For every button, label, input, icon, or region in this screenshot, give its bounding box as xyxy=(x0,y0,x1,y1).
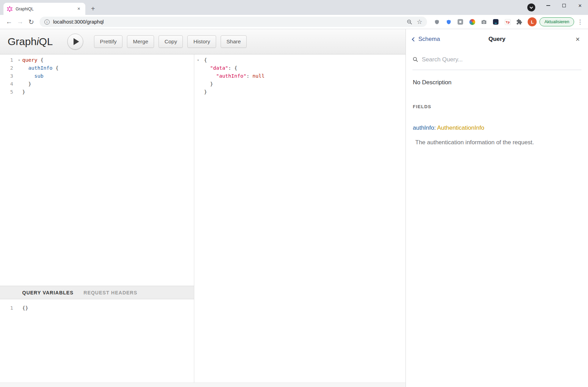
url-text[interactable]: localhost:3000/graphql xyxy=(53,19,104,25)
extension-shield-blue-icon[interactable] xyxy=(445,18,452,25)
browser-menu-icon[interactable]: ⋮ xyxy=(576,17,585,26)
graphiql-app: GraphiQL Prettify Merge Copy History Sha… xyxy=(0,29,588,387)
forward-icon[interactable]: → xyxy=(15,16,26,27)
code-line: 2 authInfo { xyxy=(0,64,194,72)
documentation-explorer: Schema Query ✕ No Description FIELDS aut… xyxy=(406,29,588,387)
code-line: 5 } xyxy=(0,88,194,96)
reload-icon[interactable]: ↻ xyxy=(26,16,37,27)
horizontal-scrollbar[interactable] xyxy=(0,382,406,387)
browser-tab-graphiql[interactable]: GraphiQL ✕ xyxy=(3,3,85,15)
code-line: 1 {} xyxy=(0,304,194,312)
maximize-button[interactable] xyxy=(556,0,572,11)
fold-arrow-icon[interactable]: ▾ xyxy=(194,56,202,64)
update-button[interactable]: Aktualisieren xyxy=(539,17,574,26)
code-line: 4 } xyxy=(0,80,194,88)
extension-camera-icon[interactable] xyxy=(480,18,487,25)
back-icon[interactable]: ← xyxy=(3,16,15,27)
line-number: 4 xyxy=(0,80,16,88)
line-number: 5 xyxy=(0,88,16,96)
site-info-icon[interactable]: i xyxy=(44,19,50,25)
minimize-button[interactable] xyxy=(540,0,556,11)
extension-square-gray-icon[interactable] xyxy=(457,18,464,25)
tab-request-headers[interactable]: REQUEST HEADERS xyxy=(84,290,137,295)
extension-color-wheel-icon[interactable] xyxy=(469,18,476,25)
address-bar[interactable]: i localhost:3000/graphql ☆ xyxy=(40,17,427,27)
merge-button[interactable]: Merge xyxy=(127,35,154,48)
line-number: 1 xyxy=(0,56,16,64)
graphiql-logo: GraphiQL xyxy=(8,36,53,48)
execute-query-button[interactable] xyxy=(67,34,83,50)
toolbar-buttons: Prettify Merge Copy History Share xyxy=(94,35,247,48)
type-name-link[interactable]: AuthenticationInfo xyxy=(437,124,484,131)
extensions-puzzle-icon[interactable] xyxy=(516,18,523,25)
extension-dark-square-icon[interactable] xyxy=(492,18,499,25)
variables-title-bar: QUERY VARIABLES REQUEST HEADERS xyxy=(0,286,194,299)
graphql-favicon xyxy=(7,6,12,12)
docs-header: Schema Query ✕ xyxy=(406,29,588,49)
window-controls: ✕ xyxy=(540,0,588,11)
line-number: 1 xyxy=(0,304,16,312)
code-line: 3 sub xyxy=(0,72,194,80)
maximize-icon xyxy=(562,4,566,7)
share-button[interactable]: Share xyxy=(221,35,247,48)
graphiql-topbar: GraphiQL Prettify Merge Copy History Sha… xyxy=(0,29,406,54)
editor-area: 1 ▾ query { 2 authInfo { 3 s xyxy=(0,54,406,387)
prettify-button[interactable]: Prettify xyxy=(94,35,122,48)
tab-query-variables[interactable]: QUERY VARIABLES xyxy=(22,290,74,295)
browser-window: GraphiQL ✕ + ✕ ← → ↻ i localhost:3000/gr… xyxy=(0,0,588,387)
browser-update-badge-icon[interactable] xyxy=(527,3,535,11)
result-line: } xyxy=(194,80,406,88)
tab-title: GraphiQL xyxy=(16,7,73,11)
field-description: The authentication information of the re… xyxy=(415,139,581,146)
query-editor[interactable]: 1 ▾ query { 2 authInfo { 3 s xyxy=(0,54,194,286)
bookmark-star-icon[interactable]: ☆ xyxy=(417,18,422,26)
result-line: "data": { xyxy=(194,64,406,72)
extension-shield-gray-icon[interactable] xyxy=(433,18,440,25)
result-viewer[interactable]: ▾ { "data": { "authInfo": null } xyxy=(194,54,406,387)
new-tab-button[interactable]: + xyxy=(88,4,98,14)
copy-button[interactable]: Copy xyxy=(159,35,183,48)
field-name-link[interactable]: authInfo xyxy=(413,124,434,131)
tab-close-icon[interactable]: ✕ xyxy=(76,6,82,12)
docs-search-input[interactable] xyxy=(422,56,581,63)
profile-avatar[interactable]: L xyxy=(528,17,537,26)
zoom-icon[interactable] xyxy=(407,19,412,25)
docs-body: No Description FIELDS authInfo: Authenti… xyxy=(406,70,588,155)
play-icon xyxy=(74,38,79,45)
minimize-icon xyxy=(546,5,550,6)
extension-tp-icon[interactable]: Tp xyxy=(504,18,511,25)
chevron-left-icon xyxy=(412,37,416,42)
query-editor-pane: 1 ▾ query { 2 authInfo { 3 s xyxy=(0,54,194,387)
fields-heading: FIELDS xyxy=(413,104,581,109)
docs-search[interactable] xyxy=(412,49,581,70)
type-description: No Description xyxy=(413,79,581,86)
code-line: 1 ▾ query { xyxy=(0,56,194,64)
fold-arrow-icon[interactable]: ▾ xyxy=(16,56,22,64)
docs-close-icon[interactable]: ✕ xyxy=(574,35,581,44)
field-separator: : xyxy=(434,124,437,131)
docs-back-label: Schema xyxy=(418,36,440,43)
result-line: "authInfo": null xyxy=(194,72,406,80)
extensions-row: Tp xyxy=(433,18,523,25)
search-icon xyxy=(412,57,418,62)
line-number: 3 xyxy=(0,72,16,80)
history-button[interactable]: History xyxy=(187,35,216,48)
result-line: } xyxy=(194,88,406,96)
window-close-button[interactable]: ✕ xyxy=(572,0,588,11)
tab-strip: GraphiQL ✕ + ✕ xyxy=(0,0,588,15)
line-number: 2 xyxy=(0,64,16,72)
variables-editor[interactable]: 1 {} xyxy=(0,299,194,387)
browser-toolbar: ← → ↻ i localhost:3000/graphql ☆ xyxy=(0,15,588,29)
result-line: ▾ { xyxy=(194,56,406,64)
docs-back-button[interactable]: Schema xyxy=(412,36,440,43)
field-row: authInfo: AuthenticationInfo xyxy=(413,124,581,131)
